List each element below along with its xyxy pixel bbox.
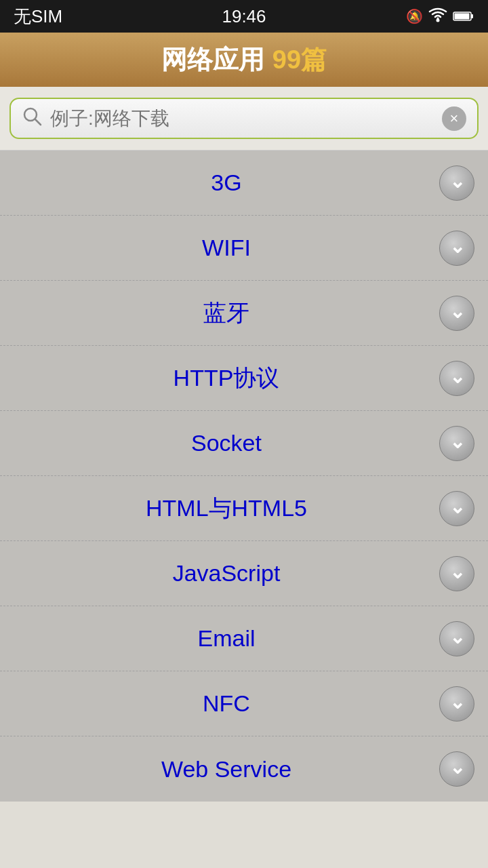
list-item-label-wifi: WIFI: [14, 235, 439, 261]
chevron-button-http[interactable]: [439, 361, 474, 396]
list-item-label-nfc: NFC: [14, 690, 439, 717]
chevron-button-wifi[interactable]: [439, 231, 474, 266]
svg-rect-3: [471, 14, 473, 18]
list-item-label-bluetooth: 蓝牙: [14, 298, 439, 329]
chevron-button-webservice[interactable]: [439, 751, 474, 787]
list-item-html[interactable]: HTML与HTML5: [0, 476, 488, 541]
chevron-button-javascript[interactable]: [439, 556, 474, 591]
list-item-label-3g: 3G: [14, 170, 439, 196]
chevron-button-bluetooth[interactable]: [439, 296, 474, 331]
footer-space: [0, 802, 488, 868]
page-title: 网络应用: [161, 43, 264, 77]
battery-icon: [453, 6, 474, 27]
list-item-label-html: HTML与HTML5: [14, 493, 439, 524]
alarm-icon: 🔕: [406, 8, 423, 24]
list-item-webservice[interactable]: Web Service: [0, 736, 488, 802]
list-item-label-email: Email: [14, 625, 439, 652]
wifi-icon: [428, 6, 447, 27]
search-icon: [22, 106, 42, 131]
svg-line-5: [35, 119, 41, 125]
article-count: 99篇: [272, 43, 327, 77]
list-item-socket[interactable]: Socket: [0, 411, 488, 476]
status-bar: 无SIM 19:46 🔕: [0, 0, 488, 33]
list-item-email[interactable]: Email: [0, 606, 488, 671]
chevron-button-3g[interactable]: [439, 165, 474, 201]
status-icons: 🔕: [406, 6, 474, 27]
list-item-bluetooth[interactable]: 蓝牙: [0, 281, 488, 346]
svg-rect-2: [455, 13, 470, 19]
carrier-label: 无SIM: [14, 5, 62, 28]
list-item-wifi[interactable]: WIFI: [0, 216, 488, 281]
header: 网络应用 99篇: [0, 33, 488, 87]
list-item-label-javascript: JavaScript: [14, 560, 439, 587]
category-list: 3G WIFI 蓝牙 HTTP协议 Socket HTML与HTML5 Java…: [0, 151, 488, 802]
list-item-label-webservice: Web Service: [14, 756, 439, 783]
search-box: ×: [9, 98, 479, 139]
list-item-label-http: HTTP协议: [14, 363, 439, 394]
search-input[interactable]: [50, 108, 434, 130]
list-item-http[interactable]: HTTP协议: [0, 346, 488, 411]
chevron-button-html[interactable]: [439, 491, 474, 526]
list-item-javascript[interactable]: JavaScript: [0, 541, 488, 606]
list-item-label-socket: Socket: [14, 430, 439, 456]
list-item-3g[interactable]: 3G: [0, 151, 488, 216]
chevron-button-socket[interactable]: [439, 426, 474, 461]
search-clear-button[interactable]: ×: [442, 106, 466, 131]
list-item-nfc[interactable]: NFC: [0, 671, 488, 736]
svg-point-0: [436, 18, 440, 22]
time-label: 19:46: [222, 6, 266, 27]
chevron-button-nfc[interactable]: [439, 686, 474, 722]
chevron-button-email[interactable]: [439, 621, 474, 656]
search-container: ×: [0, 87, 488, 151]
